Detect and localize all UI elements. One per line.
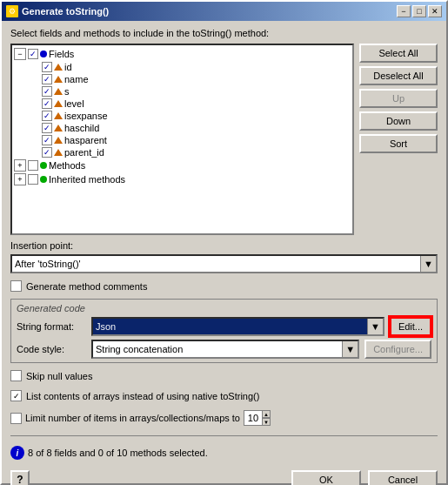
tree-item-haschild[interactable]: haschild	[28, 122, 351, 134]
list-contents-label: List contents of arrays instead of using…	[26, 391, 259, 401]
s-checkbox[interactable]	[42, 86, 52, 97]
code-style-dropdown-arrow[interactable]: ▼	[342, 341, 358, 357]
main-content: Select fields and methods to include in …	[2, 21, 446, 467]
title-bar-left: ⚙ Generate toString()	[6, 5, 109, 17]
id-checkbox[interactable]	[42, 62, 52, 72]
code-style-input[interactable]	[93, 343, 342, 355]
limit-items-row: Limit number of items in arrays/collecti…	[10, 408, 438, 428]
instruction-text: Select fields and methods to include in …	[10, 28, 438, 38]
limit-items-input[interactable]	[244, 413, 262, 423]
divider	[10, 435, 438, 436]
methods-expander[interactable]: +	[14, 159, 26, 172]
tree-inherited-root[interactable]: + Inherited methods	[14, 172, 351, 186]
field-parentid-label: parent_id	[64, 147, 104, 158]
fields-label: Fields	[49, 49, 74, 59]
string-format-combo[interactable]: ▼	[91, 317, 384, 336]
insertion-combo[interactable]: ▼	[10, 254, 438, 273]
generate-tostring-window: ⚙ Generate toString() − □ ✕ Select field…	[0, 0, 448, 485]
name-checkbox[interactable]	[42, 74, 52, 84]
window-icon: ⚙	[6, 5, 18, 17]
cancel-button[interactable]: Cancel	[368, 470, 438, 485]
select-all-button[interactable]: Select All	[359, 44, 438, 63]
string-format-label: String format:	[17, 321, 86, 332]
isexpanse-checkbox[interactable]	[42, 111, 52, 121]
fields-checkbox[interactable]	[28, 49, 38, 59]
generate-comments-checkbox[interactable]	[10, 280, 22, 292]
field-hasparent-label: hasparent	[64, 135, 107, 145]
down-button[interactable]: Down	[359, 111, 438, 131]
tree-methods-root[interactable]: + Methods	[14, 158, 351, 172]
bottom-left: ?	[10, 470, 30, 485]
methods-dot-icon	[40, 162, 47, 169]
hasparent-checkbox[interactable]	[42, 135, 52, 145]
string-format-input[interactable]	[93, 320, 367, 333]
tree-item-name[interactable]: name	[28, 73, 351, 85]
generated-code-group: Generated code String format: ▼ Edit... …	[10, 299, 438, 363]
field-level-label: level	[64, 98, 84, 109]
skip-null-row: Skip null values	[10, 368, 438, 383]
spinner-down-button[interactable]: ▼	[262, 418, 271, 426]
list-contents-checkbox[interactable]	[10, 390, 22, 401]
configure-button[interactable]: Configure...	[364, 340, 431, 359]
methods-checkbox[interactable]	[28, 160, 38, 171]
deselect-all-button[interactable]: Deselect All	[359, 66, 438, 85]
help-button[interactable]: ?	[10, 470, 30, 485]
tree-item-hasparent[interactable]: hasparent	[28, 134, 351, 146]
tree-panel[interactable]: − Fields id	[10, 44, 354, 235]
inherited-label: Inherited methods	[49, 174, 125, 185]
tree-item-level[interactable]: level	[28, 98, 351, 110]
fields-children: id name s	[14, 61, 351, 158]
spinner-buttons: ▲ ▼	[262, 410, 271, 426]
tree-item-id[interactable]: id	[28, 61, 351, 73]
field-icon	[54, 88, 63, 95]
insertion-input[interactable]	[12, 258, 420, 270]
window-title: Generate toString()	[22, 6, 109, 17]
field-s-label: s	[64, 86, 70, 97]
info-text: 8 of 8 fields and 0 of 10 methods select…	[28, 448, 208, 458]
code-style-label: Code style:	[17, 344, 86, 354]
title-buttons: − □ ✕	[397, 5, 442, 17]
generated-code-label: Generated code	[17, 303, 431, 313]
haschild-checkbox[interactable]	[42, 123, 52, 133]
insertion-dropdown-arrow[interactable]: ▼	[420, 256, 436, 272]
tree-item-parent-id[interactable]: parent_id	[28, 146, 351, 158]
spinner-up-button[interactable]: ▲	[262, 410, 271, 418]
field-icon	[54, 64, 63, 71]
generate-comments-row: Generate method comments	[10, 279, 438, 293]
tree-fields-root[interactable]: − Fields	[14, 47, 351, 61]
main-area: − Fields id	[10, 44, 438, 235]
ok-button[interactable]: OK	[291, 470, 361, 485]
insertion-group: Insertion point: ▼	[10, 240, 438, 273]
title-bar: ⚙ Generate toString() − □ ✕	[2, 2, 446, 21]
insertion-label: Insertion point:	[10, 240, 438, 251]
maximize-button[interactable]: □	[412, 5, 426, 17]
fields-expander[interactable]: −	[14, 48, 26, 60]
field-icon	[54, 100, 63, 107]
code-style-combo[interactable]: ▼	[91, 340, 359, 359]
inherited-dot-icon	[40, 176, 47, 183]
limit-items-spinner[interactable]: ▲ ▼	[244, 410, 270, 426]
sort-button[interactable]: Sort	[359, 134, 438, 153]
field-isexpanse-label: isexpanse	[64, 111, 108, 121]
up-button[interactable]: Up	[359, 89, 438, 108]
string-format-dropdown-arrow[interactable]: ▼	[367, 319, 383, 334]
field-icon	[54, 76, 63, 83]
inherited-checkbox[interactable]	[28, 174, 38, 185]
list-contents-row: List contents of arrays instead of using…	[10, 388, 438, 403]
fields-dot-icon	[40, 51, 47, 57]
close-button[interactable]: ✕	[428, 5, 442, 17]
parentid-checkbox[interactable]	[42, 147, 52, 158]
info-icon: i	[10, 446, 24, 460]
limit-items-checkbox[interactable]	[10, 413, 22, 424]
tree-item-isexpanse[interactable]: isexpanse	[28, 110, 351, 122]
field-icon	[54, 125, 63, 131]
skip-null-checkbox[interactable]	[10, 370, 22, 381]
tree-item-s[interactable]: s	[28, 85, 351, 98]
string-format-row: String format: ▼ Edit...	[17, 317, 431, 336]
level-checkbox[interactable]	[42, 98, 52, 109]
info-row: i 8 of 8 fields and 0 of 10 methods sele…	[10, 446, 438, 460]
field-icon	[54, 112, 63, 119]
edit-button[interactable]: Edit...	[390, 317, 431, 336]
inherited-expander[interactable]: +	[14, 173, 26, 185]
minimize-button[interactable]: −	[397, 5, 411, 17]
